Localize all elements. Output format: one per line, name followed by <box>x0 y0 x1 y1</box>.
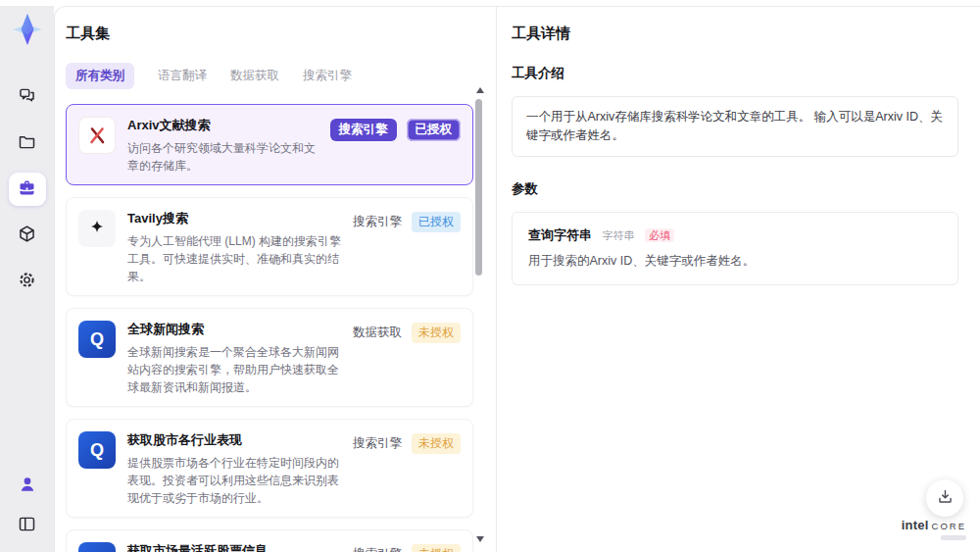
tool-card-tavily[interactable]: Tavily搜索 专为人工智能代理 (LLM) 构建的搜索引擎工具。可快速提供实… <box>66 197 473 296</box>
app-logo-icon[interactable] <box>10 12 45 47</box>
category-label: 搜索引擎 <box>353 212 402 230</box>
intel-core-logo: intel CORE <box>902 518 966 540</box>
brand-subtext-bar <box>941 535 966 540</box>
scroll-up-arrow[interactable] <box>476 87 484 93</box>
brand-core-text: CORE <box>932 521 966 531</box>
category-tabs: 所有类别 语言翻译 数据获取 搜索引擎 <box>66 63 496 89</box>
tab-all-categories[interactable]: 所有类别 <box>66 63 134 89</box>
category-label: 搜索引擎 <box>353 433 402 452</box>
param-desc: 用于搜索的Arxiv ID、关键字或作者姓名。 <box>528 253 942 270</box>
tool-list-scrollbar[interactable] <box>475 87 483 542</box>
param-name: 查询字符串 <box>528 227 592 242</box>
scrollbar-thumb[interactable] <box>475 99 482 276</box>
stock-logo-icon: Q <box>78 542 116 552</box>
tool-card-active-stocks[interactable]: Q 获取市场最活跃股票信息 提供当天交易量最高的股票列表，投资者可以利用这些信息… <box>66 529 473 552</box>
tool-details-pane: 工具详情 工具介绍 一个用于从Arxiv存储库搜索科学论文和文章的工具。 输入可… <box>496 7 980 552</box>
tool-name: 获取市场最活跃股票信息 <box>127 542 341 552</box>
gear-icon <box>17 270 37 294</box>
param-type: 字符串 <box>602 229 634 241</box>
tool-name: 获取股市各行业表现 <box>127 431 341 449</box>
chat-icon <box>17 85 37 110</box>
scroll-down-arrow[interactable] <box>476 536 484 542</box>
download-icon <box>936 487 955 510</box>
sidebar-item-settings[interactable] <box>9 265 46 298</box>
tab-search-engine[interactable]: 搜索引擎 <box>303 63 352 89</box>
parameter-box: 查询字符串 字符串 必填 用于搜索的Arxiv ID、关键字或作者姓名。 <box>512 212 958 285</box>
sidebar-item-toolset[interactable] <box>9 173 46 206</box>
category-label: 搜索引擎 <box>353 544 402 552</box>
auth-badge: 已授权 <box>412 212 461 232</box>
intro-heading: 工具介绍 <box>512 65 958 82</box>
tab-data-fetch[interactable]: 数据获取 <box>230 63 279 89</box>
details-title: 工具详情 <box>512 25 958 43</box>
tavily-sparkle-icon <box>78 210 116 247</box>
user-icon <box>18 475 37 498</box>
brand-intel-text: intel <box>902 518 929 532</box>
auth-badge: 未授权 <box>412 433 461 454</box>
tool-desc: 提供股票市场各个行业在特定时间段内的表现。投资者可以利用这些信息来识别表现优于或… <box>127 454 341 507</box>
arxiv-logo-icon <box>78 117 116 154</box>
params-heading: 参数 <box>512 180 958 198</box>
sidebar-rail <box>0 6 54 552</box>
cube-icon <box>17 224 37 248</box>
category-badge: 搜索引擎 <box>330 119 397 141</box>
stock-logo-icon: Q <box>78 431 116 469</box>
auth-badge: 未授权 <box>412 323 461 343</box>
tool-desc: 访问各个研究领域大量科学论文和文章的存储库。 <box>127 139 318 175</box>
news-logo-icon: Q <box>78 321 116 358</box>
sidebar-item-models[interactable] <box>9 219 46 252</box>
tool-intro-box: 一个用于从Arxiv存储库搜索科学论文和文章的工具。 输入可以是Arxiv ID… <box>512 96 958 157</box>
tool-list: Arxiv文献搜索 访问各个研究领域大量科学论文和文章的存储库。 搜索引擎 已授… <box>66 104 473 552</box>
sidebar-item-account[interactable] <box>9 470 46 503</box>
panel-toggle-icon <box>17 514 37 538</box>
download-button[interactable] <box>926 479 963 517</box>
briefcase-icon <box>17 177 37 202</box>
tab-translation[interactable]: 语言翻译 <box>158 63 207 89</box>
tool-card-global-news[interactable]: Q 全球新闻搜索 全球新闻搜索是一个聚合全球各大新闻网站内容的搜索引擎，帮助用户… <box>66 308 473 407</box>
sidebar-item-collapse[interactable] <box>9 509 46 542</box>
toolset-title: 工具集 <box>66 25 496 43</box>
tool-desc: 专为人工智能代理 (LLM) 构建的搜索引擎工具。可快速提供实时、准确和真实的结… <box>127 232 341 285</box>
tool-name: 全球新闻搜索 <box>127 321 341 338</box>
auth-badge: 未授权 <box>412 544 461 552</box>
sidebar-item-chat[interactable] <box>9 80 46 114</box>
category-label: 数据获取 <box>353 323 402 341</box>
folder-icon <box>17 131 37 156</box>
auth-badge: 已授权 <box>407 119 462 141</box>
param-required-badge: 必填 <box>645 228 674 242</box>
tool-card-arxiv[interactable]: Arxiv文献搜索 访问各个研究领域大量科学论文和文章的存储库。 搜索引擎 已授… <box>66 104 473 185</box>
tool-name: Arxiv文献搜索 <box>127 117 318 134</box>
tool-desc: 全球新闻搜索是一个聚合全球各大新闻网站内容的搜索引擎，帮助用户快速获取全球最新资… <box>127 343 341 396</box>
sidebar-item-files[interactable] <box>9 126 46 160</box>
tool-name: Tavily搜索 <box>127 210 341 227</box>
tool-card-sector-performance[interactable]: Q 获取股市各行业表现 提供股票市场各个行业在特定时间段内的表现。投资者可以利用… <box>66 419 473 518</box>
toolset-pane: 工具集 所有类别 语言翻译 数据获取 搜索引擎 Arxiv文献搜索 访问各个研究… <box>55 7 496 552</box>
main-panel: 工具集 所有类别 语言翻译 数据获取 搜索引擎 Arxiv文献搜索 访问各个研究… <box>54 6 980 552</box>
